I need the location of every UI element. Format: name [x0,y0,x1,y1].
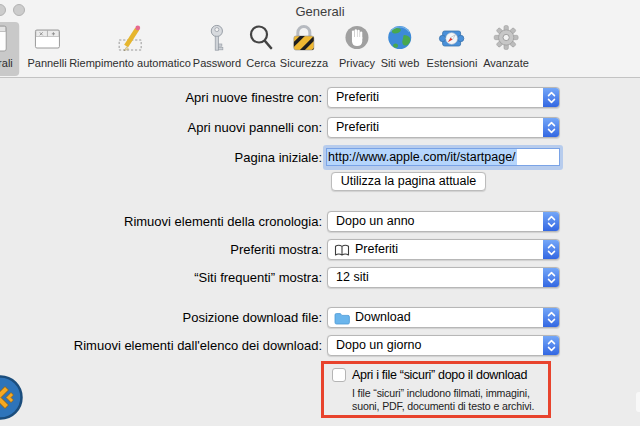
chevron-up-down-icon [543,268,559,287]
hand-icon [339,22,375,56]
toolbar-item-privacy[interactable]: Privacy [339,22,375,69]
pencil-icon [69,22,191,56]
history-label: Rimuovi elementi della cronologia: [124,211,322,232]
padlock-icon [280,22,328,56]
homepage-input[interactable]: http://www.apple.com/it/startpage/ [326,148,560,166]
new-windows-select[interactable]: Preferiti [327,87,560,108]
toolbar-item-label: Sicurezza [280,57,328,69]
toolbar-item-label: Cerca [245,57,277,69]
toolbar-item-generali[interactable]: Generali [0,22,19,76]
safe-files-description-line1: I file “sicuri” includono filmati, immag… [352,387,530,399]
toolbar-item-riempimento-automatico[interactable]: Riempimento automatico [69,22,191,69]
toolbar-item-avanzate[interactable]: Avanzate [483,22,529,69]
favorites-select[interactable]: Preferiti [327,239,560,260]
magnifier-icon [245,22,277,56]
toolbar-item-label: Avanzate [483,57,529,69]
gear-icon [483,22,529,56]
toolbar-item-password[interactable]: Password [193,22,241,69]
favorites-label: Preferiti mostra: [230,239,322,260]
watermark-logo-icon [0,374,24,425]
toolbar-item-label: Estensioni [427,57,478,69]
key-icon [193,22,241,56]
edge-artifact [636,392,640,412]
toolbar-item-cerca[interactable]: Cerca [245,22,277,69]
tabs-icon [27,22,66,56]
window-icon [0,22,13,56]
download-list-select[interactable]: Dopo un giorno [327,335,560,356]
download-location-select[interactable]: Download [327,307,560,328]
title-bar: Generali [0,0,640,20]
download-location-label: Posizione download file: [183,307,322,328]
safe-files-description-line2: suoni, PDF, documenti di testo e archivi… [352,400,534,412]
chevron-up-down-icon [543,212,559,231]
frequent-sites-select[interactable]: 12 siti [327,267,560,288]
chevron-up-down-icon [543,88,559,107]
window-title: Generali [0,4,640,19]
open-safe-files-checkbox[interactable] [332,368,346,382]
folder-icon [334,311,350,329]
toolbar-item-siti-web[interactable]: Siti web [381,22,420,69]
open-book-icon [334,243,350,261]
globe-icon [381,22,420,56]
open-safe-files-label: Apri i file “sicuri” dopo il download [352,368,527,382]
selected-text: http://www.apple.com/it/startpage/ [327,149,517,165]
toolbar-item-label: Riempimento automatico [69,57,191,69]
toolbar-item-estensioni[interactable]: Estensioni [427,22,478,69]
toolbar-item-sicurezza[interactable]: Sicurezza [280,22,328,69]
chevron-up-down-icon [543,336,559,355]
homepage-label: Pagina iniziale: [235,147,322,168]
new-tabs-select[interactable]: Preferiti [327,117,560,138]
chevron-up-down-icon [543,240,559,259]
toolbar-item-label: Generali [0,57,13,69]
toolbar-item-pannelli[interactable]: Pannelli [27,22,66,69]
new-tabs-label: Apri nuovi pannelli con: [188,117,322,138]
preferences-toolbar: Generali Pannelli Riempim [0,20,640,78]
toolbar-item-label: Siti web [381,57,420,69]
puzzle-icon [427,22,478,56]
frequent-sites-label: “Siti frequenti” mostra: [194,267,322,288]
toolbar-item-label: Privacy [339,57,375,69]
chevron-up-down-icon [543,118,559,137]
download-list-label: Rimuovi elementi dall'elenco dei downloa… [74,335,322,356]
toolbar-item-label: Password [193,57,241,69]
chevron-up-down-icon [543,308,559,327]
use-current-page-button[interactable]: Utilizza la pagina attuale [331,172,486,191]
history-select[interactable]: Dopo un anno [327,211,560,232]
new-windows-label: Apri nuove finestre con: [185,87,322,108]
toolbar-item-label: Pannelli [27,57,66,69]
